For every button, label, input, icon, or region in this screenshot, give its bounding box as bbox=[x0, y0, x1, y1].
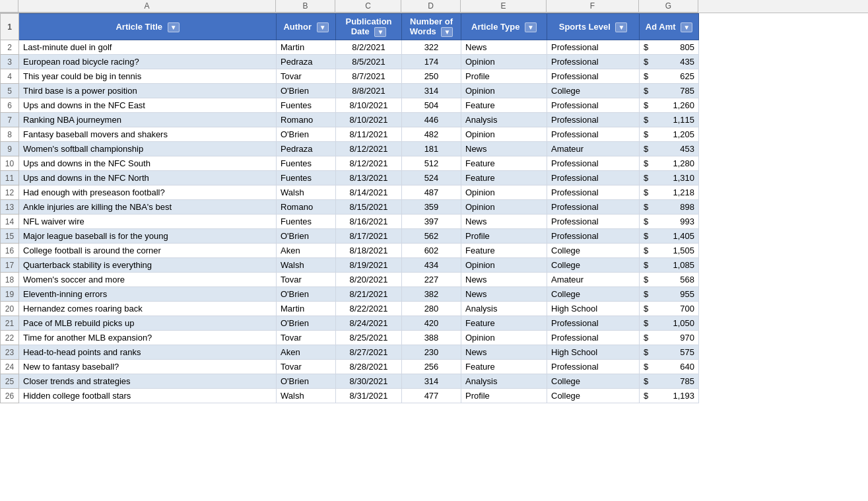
header-article-title[interactable]: Article Title ▼ bbox=[19, 14, 277, 40]
row-number-cell: 13 bbox=[1, 200, 19, 215]
filter-article-type[interactable]: ▼ bbox=[525, 22, 537, 32]
cell-author: Martin bbox=[277, 40, 336, 55]
cell-number-of-words: 230 bbox=[402, 345, 461, 360]
cell-number-of-words: 314 bbox=[402, 374, 461, 389]
cell-publication-date: 8/10/2021 bbox=[336, 98, 402, 113]
cell-article-title: Last-minute duel in golf bbox=[19, 40, 277, 55]
cell-article-title: Head-to-head points and ranks bbox=[19, 345, 277, 360]
ad-value: 1,280 bbox=[673, 158, 694, 168]
cell-author: Aken bbox=[277, 345, 336, 360]
cell-article-type: News bbox=[461, 215, 547, 229]
dollar-sign: $ bbox=[644, 246, 648, 255]
cell-article-title: Fantasy baseball movers and shakers bbox=[19, 127, 277, 142]
row-number-cell: 5 bbox=[1, 84, 19, 98]
col-header-e: E bbox=[461, 0, 547, 13]
cell-publication-date: 8/30/2021 bbox=[336, 374, 402, 389]
header-ad-amt[interactable]: Ad Amt ▼ bbox=[640, 14, 699, 40]
cell-ad-amt: $970 bbox=[640, 331, 699, 345]
cell-sports-level: Amateur bbox=[547, 142, 640, 156]
cell-number-of-words: 487 bbox=[402, 185, 461, 200]
cell-publication-date: 8/11/2021 bbox=[336, 127, 402, 142]
cell-ad-amt: $1,050 bbox=[640, 316, 699, 331]
cell-publication-date: 8/25/2021 bbox=[336, 331, 402, 345]
header-publication-date[interactable]: Publication Date ▼ bbox=[336, 14, 402, 40]
table-row: 13Ankle injuries are killing the NBA's b… bbox=[1, 200, 699, 215]
table-row: 17Quarterback stability is everythingWal… bbox=[1, 258, 699, 273]
header-row: 1 Article Title ▼ Author ▼ Publication D… bbox=[1, 14, 699, 40]
cell-author: Pedraza bbox=[277, 142, 336, 156]
ad-value: 1,205 bbox=[673, 129, 694, 139]
cell-article-type: Feature bbox=[461, 360, 547, 374]
cell-article-title: Pace of MLB rebuild picks up bbox=[19, 316, 277, 331]
filter-number-of-words[interactable]: ▼ bbox=[441, 27, 453, 37]
header-article-type[interactable]: Article Type ▼ bbox=[461, 14, 547, 40]
cell-ad-amt: $1,310 bbox=[640, 171, 699, 185]
ad-value: 970 bbox=[680, 333, 694, 343]
ad-value: 1,115 bbox=[673, 115, 694, 125]
filter-publication-date[interactable]: ▼ bbox=[374, 27, 386, 37]
cell-ad-amt: $435 bbox=[640, 55, 699, 69]
table-row: 11Ups and downs in the NFC NorthFuentes8… bbox=[1, 171, 699, 185]
filter-ad-amt[interactable]: ▼ bbox=[681, 22, 692, 32]
cell-article-type: Opinion bbox=[461, 55, 547, 69]
cell-sports-level: Professional bbox=[547, 98, 640, 113]
dollar-sign: $ bbox=[644, 144, 648, 154]
row-number-cell: 7 bbox=[1, 113, 19, 127]
cell-sports-level: Professional bbox=[547, 215, 640, 229]
cell-article-title: Major league baseball is for the young bbox=[19, 229, 277, 244]
cell-article-title: Time for another MLB expansion? bbox=[19, 331, 277, 345]
cell-sports-level: Professional bbox=[547, 40, 640, 55]
cell-publication-date: 8/19/2021 bbox=[336, 258, 402, 273]
dollar-sign: $ bbox=[644, 158, 648, 168]
cell-author: Walsh bbox=[277, 185, 336, 200]
cell-number-of-words: 382 bbox=[402, 287, 461, 302]
col-header-f: F bbox=[547, 0, 639, 13]
cell-publication-date: 8/12/2021 bbox=[336, 142, 402, 156]
spreadsheet: A B C D E F G 1 Article Title ▼ bbox=[0, 0, 868, 403]
filter-article-title[interactable]: ▼ bbox=[168, 22, 180, 32]
cell-author: O'Brien bbox=[277, 229, 336, 244]
dollar-sign: $ bbox=[644, 173, 648, 183]
dollar-sign: $ bbox=[644, 333, 648, 343]
cell-article-type: Opinion bbox=[461, 185, 547, 200]
cell-publication-date: 8/20/2021 bbox=[336, 273, 402, 287]
table-row: 8Fantasy baseball movers and shakersO'Br… bbox=[1, 127, 699, 142]
cell-number-of-words: 181 bbox=[402, 142, 461, 156]
cell-article-type: Opinion bbox=[461, 200, 547, 215]
cell-author: Tovar bbox=[277, 69, 336, 84]
cell-article-type: News bbox=[461, 345, 547, 360]
header-number-of-words[interactable]: Number of Words ▼ bbox=[402, 14, 461, 40]
cell-publication-date: 8/12/2021 bbox=[336, 156, 402, 171]
table-row: 24New to fantasy baseball?Tovar8/28/2021… bbox=[1, 360, 699, 374]
header-author[interactable]: Author ▼ bbox=[277, 14, 336, 40]
cell-publication-date: 8/16/2021 bbox=[336, 215, 402, 229]
cell-article-title: Had enough with preseason football? bbox=[19, 185, 277, 200]
row-number-cell: 24 bbox=[1, 360, 19, 374]
row-number-cell: 4 bbox=[1, 69, 19, 84]
cell-number-of-words: 250 bbox=[402, 69, 461, 84]
cell-publication-date: 8/5/2021 bbox=[336, 55, 402, 69]
cell-article-type: Feature bbox=[461, 244, 547, 258]
table-row: 12Had enough with preseason football?Wal… bbox=[1, 185, 699, 200]
table-row: 25Closer trends and strategiesO'Brien8/3… bbox=[1, 374, 699, 389]
ad-value: 640 bbox=[680, 362, 694, 372]
header-sports-level[interactable]: Sports Level ▼ bbox=[547, 14, 640, 40]
cell-article-title: Women's soccer and more bbox=[19, 273, 277, 287]
filter-sports-level[interactable]: ▼ bbox=[615, 22, 627, 32]
cell-sports-level: Professional bbox=[547, 360, 640, 374]
cell-article-title: Quarterback stability is everything bbox=[19, 258, 277, 273]
dollar-sign: $ bbox=[644, 289, 648, 299]
cell-publication-date: 8/22/2021 bbox=[336, 302, 402, 316]
filter-author[interactable]: ▼ bbox=[317, 22, 329, 32]
cell-article-type: Opinion bbox=[461, 127, 547, 142]
cell-author: Tovar bbox=[277, 331, 336, 345]
cell-number-of-words: 280 bbox=[402, 302, 461, 316]
row-number-cell: 15 bbox=[1, 229, 19, 244]
dollar-sign: $ bbox=[644, 217, 648, 226]
cell-number-of-words: 477 bbox=[402, 389, 461, 403]
cell-ad-amt: $1,115 bbox=[640, 113, 699, 127]
cell-article-title: Closer trends and strategies bbox=[19, 374, 277, 389]
cell-article-title: Ranking NBA journeymen bbox=[19, 113, 277, 127]
cell-publication-date: 8/27/2021 bbox=[336, 345, 402, 360]
cell-author: O'Brien bbox=[277, 287, 336, 302]
